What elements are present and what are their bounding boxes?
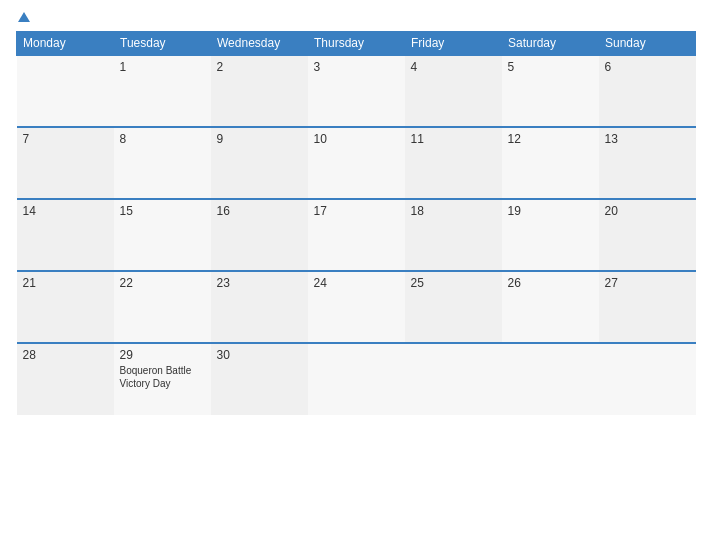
calendar-week-row: 14151617181920 bbox=[17, 199, 696, 271]
calendar-cell: 30 bbox=[211, 343, 308, 415]
day-number: 10 bbox=[314, 132, 399, 146]
calendar-cell: 3 bbox=[308, 55, 405, 127]
col-friday: Friday bbox=[405, 32, 502, 56]
day-number: 25 bbox=[411, 276, 496, 290]
calendar-cell: 17 bbox=[308, 199, 405, 271]
day-number: 4 bbox=[411, 60, 496, 74]
calendar-cell: 14 bbox=[17, 199, 114, 271]
calendar-cell: 8 bbox=[114, 127, 211, 199]
calendar-cell bbox=[405, 343, 502, 415]
day-number: 22 bbox=[120, 276, 205, 290]
day-number: 11 bbox=[411, 132, 496, 146]
col-wednesday: Wednesday bbox=[211, 32, 308, 56]
calendar-week-row: 78910111213 bbox=[17, 127, 696, 199]
calendar-cell: 28 bbox=[17, 343, 114, 415]
calendar-header-row: Monday Tuesday Wednesday Thursday Friday… bbox=[17, 32, 696, 56]
col-saturday: Saturday bbox=[502, 32, 599, 56]
day-number: 21 bbox=[23, 276, 108, 290]
calendar-cell: 1 bbox=[114, 55, 211, 127]
header bbox=[16, 12, 696, 23]
calendar-cell: 6 bbox=[599, 55, 696, 127]
day-number: 28 bbox=[23, 348, 108, 362]
calendar-cell: 15 bbox=[114, 199, 211, 271]
calendar-cell: 20 bbox=[599, 199, 696, 271]
calendar-cell: 10 bbox=[308, 127, 405, 199]
calendar-week-row: 2829Boqueron Battle Victory Day30 bbox=[17, 343, 696, 415]
calendar-week-row: 21222324252627 bbox=[17, 271, 696, 343]
calendar-cell: 16 bbox=[211, 199, 308, 271]
day-number: 24 bbox=[314, 276, 399, 290]
calendar-cell bbox=[502, 343, 599, 415]
logo bbox=[16, 12, 30, 23]
col-thursday: Thursday bbox=[308, 32, 405, 56]
calendar-cell: 13 bbox=[599, 127, 696, 199]
logo-triangle-icon bbox=[18, 12, 30, 22]
calendar-cell: 24 bbox=[308, 271, 405, 343]
day-number: 20 bbox=[605, 204, 690, 218]
day-number: 13 bbox=[605, 132, 690, 146]
calendar-cell: 21 bbox=[17, 271, 114, 343]
calendar-cell bbox=[17, 55, 114, 127]
day-number: 1 bbox=[120, 60, 205, 74]
day-number: 16 bbox=[217, 204, 302, 218]
calendar-cell: 12 bbox=[502, 127, 599, 199]
day-number: 27 bbox=[605, 276, 690, 290]
day-number: 9 bbox=[217, 132, 302, 146]
calendar-cell: 18 bbox=[405, 199, 502, 271]
day-number: 12 bbox=[508, 132, 593, 146]
calendar-cell: 9 bbox=[211, 127, 308, 199]
day-number: 23 bbox=[217, 276, 302, 290]
day-number: 18 bbox=[411, 204, 496, 218]
calendar-cell: 22 bbox=[114, 271, 211, 343]
page: Monday Tuesday Wednesday Thursday Friday… bbox=[0, 0, 712, 550]
calendar-cell: 29Boqueron Battle Victory Day bbox=[114, 343, 211, 415]
calendar-cell bbox=[599, 343, 696, 415]
calendar-cell: 4 bbox=[405, 55, 502, 127]
calendar-cell: 26 bbox=[502, 271, 599, 343]
day-number: 5 bbox=[508, 60, 593, 74]
day-number: 30 bbox=[217, 348, 302, 362]
day-number: 6 bbox=[605, 60, 690, 74]
calendar-cell: 23 bbox=[211, 271, 308, 343]
col-tuesday: Tuesday bbox=[114, 32, 211, 56]
day-number: 14 bbox=[23, 204, 108, 218]
col-sunday: Sunday bbox=[599, 32, 696, 56]
calendar-cell: 7 bbox=[17, 127, 114, 199]
calendar-event: Boqueron Battle Victory Day bbox=[120, 364, 205, 390]
calendar-cell bbox=[308, 343, 405, 415]
calendar-cell: 2 bbox=[211, 55, 308, 127]
calendar-week-row: 123456 bbox=[17, 55, 696, 127]
calendar-cell: 25 bbox=[405, 271, 502, 343]
day-number: 3 bbox=[314, 60, 399, 74]
col-monday: Monday bbox=[17, 32, 114, 56]
calendar-cell: 27 bbox=[599, 271, 696, 343]
day-number: 8 bbox=[120, 132, 205, 146]
day-number: 29 bbox=[120, 348, 205, 362]
day-number: 17 bbox=[314, 204, 399, 218]
calendar-cell: 11 bbox=[405, 127, 502, 199]
day-number: 15 bbox=[120, 204, 205, 218]
day-number: 7 bbox=[23, 132, 108, 146]
logo-line bbox=[16, 12, 30, 23]
calendar-table: Monday Tuesday Wednesday Thursday Friday… bbox=[16, 31, 696, 415]
calendar-cell: 5 bbox=[502, 55, 599, 127]
day-number: 26 bbox=[508, 276, 593, 290]
calendar-cell: 19 bbox=[502, 199, 599, 271]
day-number: 19 bbox=[508, 204, 593, 218]
day-number: 2 bbox=[217, 60, 302, 74]
